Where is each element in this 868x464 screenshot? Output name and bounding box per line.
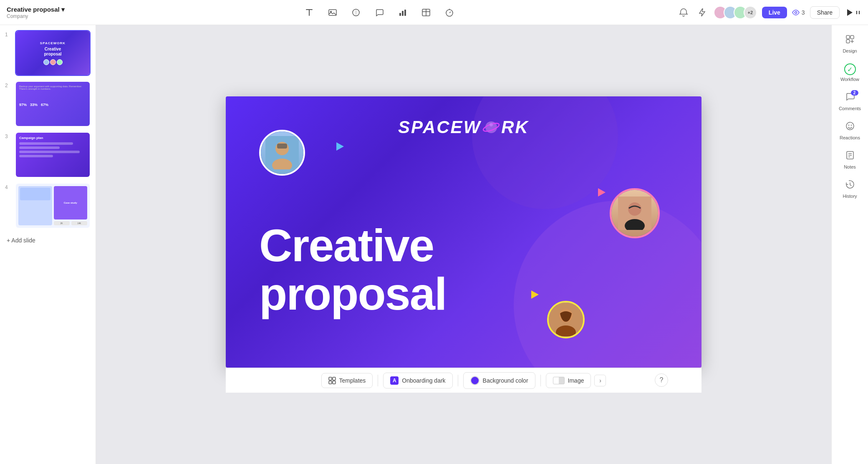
image-button[interactable]: Image	[546, 373, 591, 388]
canvas-area: SPACEW RK Creative proposal	[96, 25, 831, 464]
sidebar-item-reactions[interactable]: Reactions	[834, 117, 866, 144]
comment-tool-button[interactable]	[372, 5, 387, 20]
svg-point-24	[628, 202, 641, 216]
add-slide-button[interactable]: + Add slide	[5, 234, 91, 247]
text-tool-button[interactable]	[302, 5, 317, 20]
comments-badge: 2	[851, 90, 858, 96]
design-label: Design	[843, 48, 857, 53]
app-subtitle: Company	[7, 13, 82, 19]
canvas-avatar-man	[259, 130, 305, 176]
slide-canvas[interactable]: SPACEW RK Creative proposal	[226, 96, 701, 368]
svg-rect-22	[277, 144, 287, 149]
svg-rect-32	[333, 381, 336, 384]
play-arrow-1	[336, 142, 344, 151]
views-button[interactable]: 3	[792, 9, 805, 16]
thumb-4-card: Case study	[54, 186, 88, 219]
toolbar-tools	[87, 5, 672, 20]
bg-color-button[interactable]: Background color	[463, 372, 535, 389]
slide-number-4: 4	[5, 184, 12, 190]
svg-point-37	[848, 125, 849, 126]
sidebar-item-history[interactable]: History	[834, 175, 866, 203]
views-count: 3	[802, 9, 805, 16]
thumb-2-subtitle: Backup your argument with supporting dat…	[19, 85, 86, 90]
table-tool-button[interactable]	[419, 5, 434, 20]
header-right-area: +2 Live 3 Share	[677, 6, 861, 19]
workflow-check-icon: ✓	[844, 63, 856, 75]
slide-number-3: 3	[5, 134, 12, 139]
logo-text-1: SPACEW	[398, 117, 481, 137]
toolbar-divider-2	[458, 375, 458, 386]
bg-color-label: Background color	[483, 377, 528, 384]
bell-icon[interactable]	[677, 6, 690, 19]
slide-item-2[interactable]: 2 Backup your argument with supporting d…	[5, 81, 91, 127]
toolbar-more-button[interactable]: ›	[594, 375, 606, 386]
slide-item-1[interactable]: 1 SPACEWORK Creativeproposal	[5, 30, 91, 76]
share-button[interactable]: Share	[810, 6, 840, 19]
svg-marker-15	[847, 9, 853, 16]
reactions-label: Reactions	[840, 135, 860, 140]
svg-rect-35	[846, 40, 850, 43]
svg-rect-30	[333, 377, 336, 380]
timer-tool-button[interactable]	[442, 5, 457, 20]
thumb-4-right: Case study 2K 14K	[54, 186, 88, 225]
thumb-3-title: Campaign plan	[19, 136, 86, 140]
app-title-area: Creative proposal ▾ Company	[7, 6, 82, 19]
right-sidebar: Design ✓ Workflow 2 Comments Reactions	[831, 25, 868, 464]
svg-rect-2	[329, 10, 336, 15]
templates-button[interactable]: Templates	[321, 373, 373, 388]
shape-tool-button[interactable]	[348, 5, 363, 20]
notes-icon	[845, 150, 855, 163]
sidebar-item-workflow[interactable]: ✓ Workflow	[834, 59, 866, 86]
svg-rect-1	[309, 9, 310, 16]
avatar-woman2-placeholder	[549, 303, 583, 337]
svg-rect-6	[402, 11, 404, 16]
avatar-overflow: +2	[744, 6, 757, 19]
slide-thumb-4[interactable]: Case study 2K 14K	[15, 183, 91, 229]
title-line-1: Creative	[259, 221, 447, 270]
avatar-woman-placeholder	[611, 190, 658, 237]
slide-thumb-3[interactable]: Campaign plan	[15, 132, 91, 178]
canvas-avatar-woman2	[547, 301, 585, 338]
app-title[interactable]: Creative proposal ▾	[7, 6, 82, 13]
thumb-avatars	[43, 59, 63, 65]
chart-tool-button[interactable]	[395, 5, 410, 20]
svg-rect-5	[399, 13, 401, 16]
play-arrow-2	[598, 188, 606, 197]
thumb-4-left	[18, 186, 52, 225]
thumb-logo: SPACEWORK	[40, 41, 66, 45]
svg-point-38	[850, 125, 851, 126]
header: Creative proposal ▾ Company	[0, 0, 868, 25]
sidebar-item-design[interactable]: Design	[834, 30, 866, 58]
toolbar-divider-3	[540, 375, 541, 386]
sidebar-item-notes[interactable]: Notes	[834, 146, 866, 174]
slide-panel: 1 SPACEWORK Creativeproposal 2 Backup y	[0, 25, 96, 464]
logo-text-2: RK	[501, 117, 529, 137]
slide-thumb-1[interactable]: SPACEWORK Creativeproposal	[15, 30, 91, 76]
svg-rect-7	[404, 10, 406, 16]
design-icon	[845, 34, 855, 47]
theme-button[interactable]: A Onboarding dark	[383, 373, 452, 388]
image-tool-button[interactable]	[325, 5, 340, 20]
reactions-icon	[845, 121, 855, 134]
svg-point-14	[795, 11, 797, 13]
bg-blob-1	[514, 201, 701, 368]
history-icon	[845, 179, 855, 192]
bolt-icon[interactable]	[695, 6, 709, 19]
live-button[interactable]: Live	[762, 7, 787, 18]
sidebar-item-comments[interactable]: 2 Comments	[834, 88, 866, 115]
thumb-4-stats: 2K 14K	[54, 221, 88, 225]
chevron-icon: ▾	[61, 6, 65, 13]
svg-point-18	[490, 123, 493, 126]
play-button[interactable]	[845, 8, 861, 17]
thumb-3-lines	[19, 142, 86, 157]
toolbar-divider-1	[378, 375, 378, 386]
help-button[interactable]: ?	[655, 373, 668, 387]
slide-item-4[interactable]: 4 Case study 2K 14K	[5, 183, 91, 229]
title-line-2: proposal	[259, 270, 447, 318]
canvas-main-title: Creative proposal	[259, 221, 447, 318]
bg-color-swatch	[470, 376, 479, 385]
image-swatch	[553, 377, 565, 384]
svg-point-36	[846, 122, 854, 130]
slide-item-3[interactable]: 3 Campaign plan	[5, 132, 91, 178]
slide-thumb-2[interactable]: Backup your argument with supporting dat…	[15, 81, 91, 127]
